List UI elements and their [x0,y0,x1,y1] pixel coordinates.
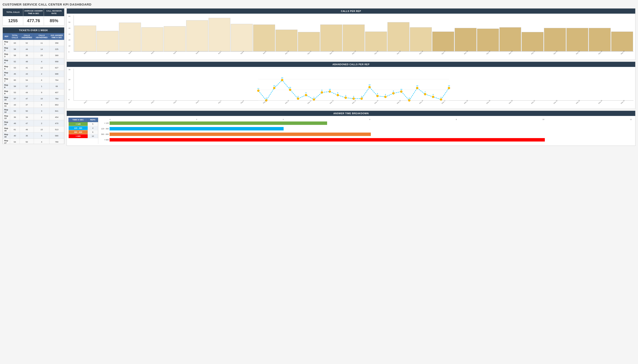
cell-1-2: 44 [20,46,34,52]
svg-text:7: 7 [425,91,426,93]
line-chart-area: 1101423122619106322155481001474114 Rep 1… [74,68,633,103]
cell-4-0: Rep 5 [3,64,10,71]
abandoned-chart-body: 0122436 11014231226191063221554810014741… [67,67,635,109]
cell-7-2: 57 [20,83,34,89]
cell-13-0: Rep 14 [3,120,10,126]
cell-7-4: 66 [49,83,64,89]
svg-point-40 [400,90,402,93]
bar-rect [544,28,566,51]
svg-text:2: 2 [298,96,299,98]
cell-11-2: 50 [20,108,34,114]
cell-4-2: 41 [20,64,34,71]
svg-point-8 [273,87,275,89]
cell-12-4: 454 [49,114,64,120]
svg-text:8: 8 [393,90,394,92]
cell-3-1: 52 [10,58,20,64]
bar-rect [589,28,611,51]
cell-16-0: Rep 17 [3,139,10,144]
bar-rect [97,31,119,51]
cell-6-3: 6 [34,77,49,83]
svg-text:9: 9 [321,89,322,91]
cell-13-4: 470 [49,120,64,126]
svg-text:1: 1 [440,96,442,98]
bar-rect [119,22,141,51]
bar-rect [477,28,499,51]
kpi-card-header-2: CALL ABANDON RATE [44,8,64,16]
svg-point-22 [329,90,331,93]
cell-9-3: 10 [34,96,49,102]
svg-text:10: 10 [329,88,331,90]
cell-14-0: Rep 15 [3,126,10,132]
bar-rect [186,20,208,51]
table-row: Rep 760546764 [3,77,64,83]
cell-12-3: 2 [34,114,49,120]
svg-text:11: 11 [257,88,259,90]
svg-point-48 [432,96,434,98]
svg-point-20 [321,92,323,94]
bar-y-label: 30 [69,33,74,35]
breakdown-x-label: 4 [283,118,284,120]
bar-rect [410,27,432,51]
breakdown-bar-outer [110,138,632,142]
breakdown-time-label: 120 - 360 [69,126,88,130]
abandoned-per-rep-chart: ABANDONED CALLS PER REP 0122436 11014231… [67,62,635,109]
cell-0-0: Rep 1 [3,40,10,46]
cell-11-0: Rep 12 [3,108,10,114]
cell-6-1: 60 [10,77,20,83]
cell-9-0: Rep 10 [3,96,10,102]
table-row: Rep 452484958 [3,58,64,64]
cell-15-1: 40 [10,132,20,139]
cell-5-1: 45 [10,71,20,77]
bar-rect [209,18,231,51]
breakdown-x-label: 12 [630,118,632,120]
kpi-card-value-0: 1255 [3,16,23,25]
calls-per-rep-body: 0102030405060 Rep 1Rep 2Rep 3Rep 4Rep 5R… [67,14,635,60]
cell-12-2: 34 [20,114,34,120]
svg-text:2: 2 [361,96,362,98]
kpi-card-value-2: 85% [44,16,64,25]
svg-text:14: 14 [416,85,418,87]
svg-text:0: 0 [409,97,410,99]
breakdown-bar-inner [110,122,327,125]
cell-2-4: 369 [49,52,64,58]
breakdown-x-label: 6 [369,118,370,120]
col-header-2: CALLS ANSWERED [20,33,34,40]
cell-6-4: 764 [49,77,64,83]
tickets-table: REPTOTAL CALLSCALLS ANSWEREDCALLS ABANDO… [3,33,64,144]
bar-rect [611,32,633,52]
bar-chart-y-axis: 0102030405060 [69,15,74,58]
cell-15-3: 5 [34,132,49,139]
answer-time-chart: ANSWER TIME BREAKDOWN TIME in SECREPS< 1… [67,110,635,146]
cell-9-2: 47 [20,96,34,102]
cell-5-3: 2 [34,71,49,77]
line-y-label: 12 [69,89,74,90]
calls-per-rep-title: CALLS PER REP [67,8,635,14]
svg-point-36 [384,96,387,98]
cell-16-2: 50 [20,139,34,144]
cell-2-2: 35 [20,52,34,58]
svg-point-30 [361,98,363,100]
cell-13-3: 2 [34,120,49,126]
svg-text:6: 6 [306,92,307,94]
table-row: Rep 645432688 [3,71,64,77]
table-row: Rep 1143376853 [3,102,64,108]
cell-15-0: Rep 16 [3,132,10,139]
cell-3-3: 4 [34,58,49,64]
breakdown-row: 360 - 6006 [69,130,98,134]
cell-2-0: Rep 3 [3,52,10,58]
bar-y-label: 40 [69,27,74,29]
bar-rect [298,32,320,51]
cell-16-1: 54 [10,139,20,144]
breakdown-bar-inner [110,127,284,130]
svg-text:15: 15 [369,84,371,86]
breakdown-bar-label: 120 - 360 [100,128,110,130]
bar-rect [276,30,297,51]
breakdown-bar-row: 360 - 600 [100,132,632,136]
breakdown-time-label: < 120 [69,122,88,126]
line-x-labels: Rep 1Rep 2Rep 3Rep 4Rep 5Rep 6Rep 7Rep 8… [74,101,633,103]
col-header-1: TOTAL CALLS [10,33,20,40]
kpi-card-header-1: AVERAGE ANSWER TIME in SEC [23,8,44,16]
calls-per-rep-chart: CALLS PER REP 0102030405060 Rep 1Rep 2Re… [67,8,635,60]
svg-text:5: 5 [377,93,378,94]
abandoned-per-rep-title: ABANDONED CALLS PER REP [67,62,635,67]
